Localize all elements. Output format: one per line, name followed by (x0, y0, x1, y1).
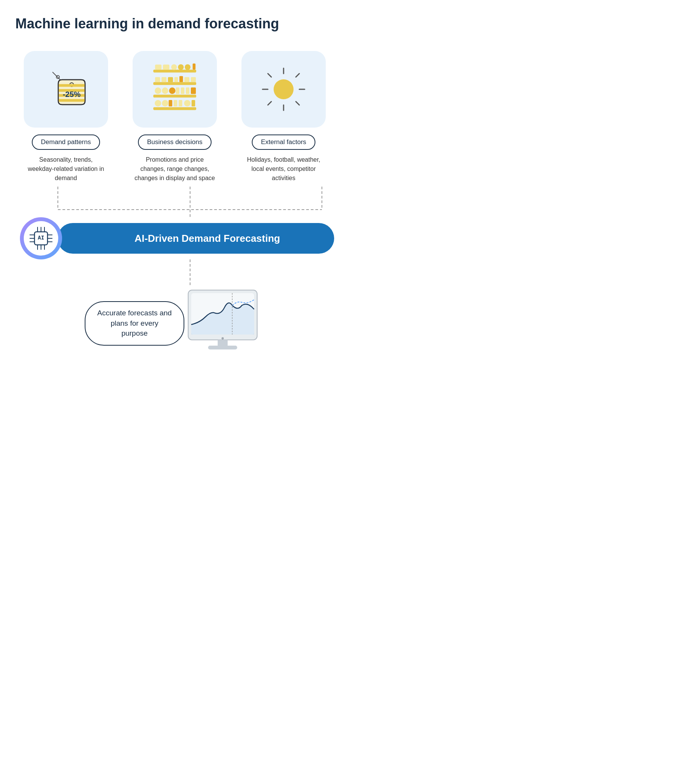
svg-rect-8 (153, 70, 196, 73)
svg-point-11 (171, 65, 177, 70)
ai-circle: AI (20, 217, 62, 260)
column-external-factors: External factors Holidays, football, wea… (233, 51, 334, 183)
ai-chip-icon: AI (28, 225, 55, 252)
svg-rect-36 (179, 100, 182, 106)
svg-rect-16 (155, 77, 160, 82)
svg-rect-15 (153, 83, 196, 85)
business-decisions-description: Promotions and price changes, range chan… (134, 155, 215, 183)
external-factors-badge: External factors (252, 134, 315, 150)
svg-point-37 (184, 100, 190, 106)
svg-rect-10 (163, 65, 169, 70)
column-demand-patterns: -25% Demand patterns Seasonality, trends… (15, 51, 116, 183)
svg-point-32 (155, 100, 161, 106)
svg-text:-25%: -25% (63, 90, 81, 98)
dashed-connector-bottom (15, 260, 334, 286)
monitor-illustration (181, 286, 265, 361)
svg-rect-28 (181, 88, 184, 94)
svg-rect-14 (193, 64, 195, 70)
ai-circle-inner: AI (24, 221, 58, 256)
svg-rect-17 (161, 77, 166, 82)
svg-text:AI: AI (38, 235, 45, 241)
svg-point-13 (185, 65, 190, 70)
bottom-dashed-svg (15, 260, 334, 286)
svg-rect-19 (174, 77, 178, 82)
price-tag-icon: -25% (41, 65, 91, 114)
shelves-icon (146, 63, 204, 116)
svg-rect-22 (191, 77, 196, 82)
svg-rect-31 (153, 107, 196, 110)
dashed-lines-svg (15, 187, 334, 217)
svg-line-44 (296, 101, 299, 105)
demand-patterns-description: Seasonality, trends, weekday-related var… (26, 155, 106, 183)
top-columns: -25% Demand patterns Seasonality, trends… (15, 51, 334, 183)
svg-rect-38 (192, 100, 195, 106)
svg-rect-72 (208, 346, 237, 349)
svg-rect-34 (169, 100, 172, 106)
svg-point-12 (178, 65, 184, 70)
demand-patterns-badge: Demand patterns (32, 134, 100, 150)
dashed-connector-top (15, 187, 334, 217)
svg-line-43 (268, 74, 271, 77)
demand-patterns-icon-box: -25% (24, 51, 108, 127)
svg-rect-27 (176, 88, 179, 94)
svg-rect-20 (179, 76, 183, 83)
column-business-decisions: Business decisions Promotions and price … (124, 51, 225, 183)
svg-rect-29 (186, 88, 189, 94)
external-factors-description: Holidays, football, weather, local event… (243, 155, 324, 183)
svg-rect-30 (191, 88, 196, 94)
svg-rect-9 (155, 65, 162, 70)
svg-point-24 (155, 88, 161, 94)
page-title: Machine learning in demand forecasting (15, 15, 334, 32)
svg-point-47 (273, 79, 293, 99)
svg-point-73 (222, 337, 224, 339)
business-decisions-icon-box (133, 51, 217, 127)
external-factors-icon-box (242, 51, 326, 127)
ai-section: AI AI-Driven Demand Forecasting (15, 217, 334, 260)
svg-point-25 (162, 88, 168, 94)
output-badge: Accurate forecasts and plans for every p… (85, 301, 184, 346)
business-decisions-badge: Business decisions (138, 134, 212, 150)
svg-point-33 (162, 100, 168, 106)
sun-icon (259, 65, 308, 114)
output-section: Accurate forecasts and plans for every p… (15, 286, 334, 361)
svg-line-45 (296, 74, 299, 77)
svg-line-46 (268, 101, 271, 105)
svg-rect-21 (184, 77, 189, 82)
svg-rect-18 (168, 77, 173, 82)
ai-bar-label: AI-Driven Demand Forecasting (134, 233, 280, 245)
monitor-svg (181, 286, 265, 359)
ai-bar: AI-Driven Demand Forecasting (58, 223, 334, 254)
svg-point-26 (169, 88, 176, 94)
svg-rect-23 (153, 95, 196, 98)
svg-rect-35 (174, 100, 177, 106)
